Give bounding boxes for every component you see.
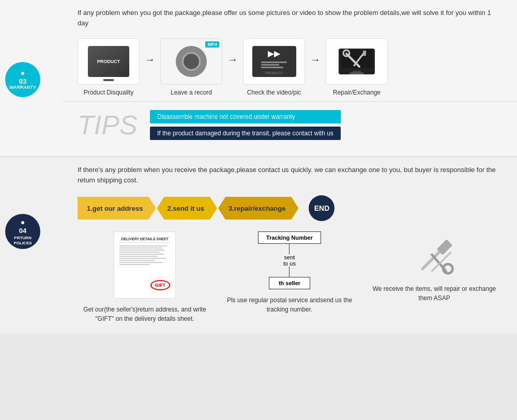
- return-badge: ● 04 PRTURNPOLICES: [5, 214, 40, 249]
- arrow-2: →: [227, 54, 238, 66]
- repair-icon-container: PRODUCT: [326, 38, 388, 85]
- tips-section: TIPS Disassemble machine not covered und…: [62, 101, 517, 148]
- flow-item-1: PRODUCT Product Disquality: [78, 38, 140, 96]
- return-detail-tracking: Tracking Number sent to us th seller Pls…: [222, 231, 357, 314]
- tracking-diagram: Tracking Number sent to us th seller: [258, 231, 321, 289]
- flow-label-4: Repair/Exchange: [333, 89, 381, 96]
- warranty-badge-dot: ●: [21, 69, 25, 77]
- repair-tools-svg: PRODUCT: [336, 46, 377, 77]
- return-intro-text: If there's any problem when you receive …: [78, 165, 501, 185]
- flow-label-2: Leave a record: [171, 89, 212, 96]
- tracking-caption: Pls use regular postal service andsend u…: [222, 295, 357, 314]
- svg-line-9: [422, 250, 441, 269]
- step-2: 2.send it us: [157, 197, 217, 220]
- return-badge-num: 04: [13, 227, 32, 236]
- tips-title: TIPS: [78, 110, 140, 141]
- repair-icon: PRODUCT: [336, 46, 377, 77]
- flow-label-3: Check the video/pic: [247, 89, 301, 96]
- product-flow: PRODUCT Product Disquality → MP4 Leave a…: [78, 38, 501, 96]
- repair-caption: We receive the items, will repair or exc…: [367, 284, 501, 303]
- arrow-1: →: [145, 54, 155, 66]
- step-3: 3.repair/exchange: [218, 197, 299, 220]
- tracking-line-2: [289, 267, 290, 277]
- camera-icon-container: MP4: [160, 38, 222, 85]
- delivery-caption: Get our(the seller's)return address, and…: [78, 305, 212, 323]
- flow-item-4: PRODUCT Repair/Exchange: [326, 38, 388, 96]
- step-1: 1.get our address: [78, 197, 156, 220]
- warranty-badge-label: WARRANTY: [9, 85, 36, 90]
- return-details: DELIVERY DETAILS SHEET GIFT Get our(the …: [78, 231, 501, 323]
- warranty-badge-num: 03: [9, 77, 36, 86]
- return-section: ● 04 PRTURNPOLICES If there's any proble…: [0, 156, 517, 334]
- tips-message-1: Disassemble machine not covered under wa…: [150, 110, 341, 123]
- delivery-sheet: DELIVERY DETAILS SHEET GIFT: [114, 231, 176, 299]
- tracking-sent-text: sent to us: [283, 254, 296, 267]
- seller-box: th seller: [269, 277, 310, 289]
- warranty-badge: ● 03 WARRANTY: [5, 62, 40, 97]
- return-flow: 1.get our address 2.send it us 3.repair/…: [78, 195, 501, 221]
- tips-message-2: If the product damaged during the transi…: [150, 127, 341, 140]
- delivery-lines: [119, 245, 170, 265]
- svg-rect-5: [363, 51, 366, 56]
- flow-item-3: ▶▶ PRODUCT Check the video/pic: [243, 38, 305, 96]
- product-monitor-icon: PRODUCT: [78, 38, 140, 85]
- gift-badge: GIFT: [150, 280, 171, 290]
- return-badge-label: PRTURNPOLICES: [13, 236, 32, 245]
- warranty-intro-text: If any problem when you got the package,…: [78, 8, 501, 28]
- warranty-section: ● 03 WARRANTY If any problem when you go…: [0, 0, 517, 156]
- tips-messages: Disassemble machine not covered under wa…: [150, 110, 341, 140]
- flow-label-1: Product Disquality: [84, 89, 134, 96]
- tracking-number-box: Tracking Number: [258, 231, 321, 244]
- step-end: END: [309, 195, 334, 221]
- delivery-sheet-title: DELIVERY DETAILS SHEET: [119, 237, 170, 243]
- arrow-3: →: [310, 54, 321, 66]
- repair-tools-large-icon: [408, 231, 460, 278]
- svg-text:PRODUCT: PRODUCT: [351, 72, 363, 75]
- tracking-line-1: [289, 244, 290, 254]
- flow-item-2: MP4 Leave a record: [160, 38, 222, 96]
- video-icon: ▶▶ PRODUCT: [252, 46, 296, 77]
- return-detail-repair: We receive the items, will repair or exc…: [367, 231, 501, 303]
- video-icon-container: ▶▶ PRODUCT: [243, 38, 305, 85]
- return-detail-delivery: DELIVERY DETAILS SHEET GIFT Get our(the …: [78, 231, 212, 323]
- camera-icon: [176, 46, 207, 77]
